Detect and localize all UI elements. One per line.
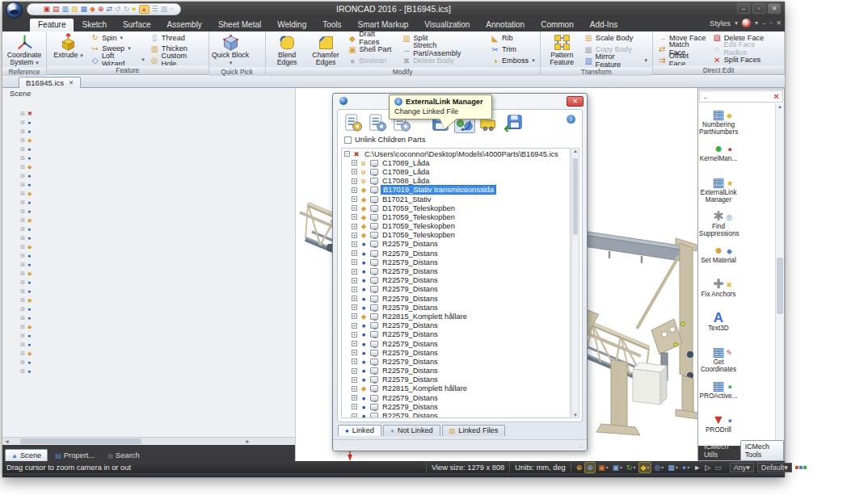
shell-part-button[interactable]: ▣Shell Part — [345, 44, 398, 55]
tree-item[interactable]: +●R22579_Distans — [342, 348, 570, 357]
scene-tab-scene[interactable]: ▲Scene — [5, 449, 48, 461]
edit-face-radius-button[interactable]: ∩Edit Face Radius — [710, 44, 782, 54]
scene-tree-item[interactable]: ⊞● — [20, 260, 38, 269]
scene-tree-item[interactable]: ⊞● — [20, 207, 38, 216]
scene-tree-item[interactable]: ⊞◆ — [20, 136, 38, 145]
scene-tree-item[interactable]: ⊞◆ — [20, 296, 38, 304]
statusbar-zoom-in-icon[interactable]: ⊕ — [575, 463, 584, 472]
default-dropdown[interactable]: Default ▾ — [757, 463, 792, 472]
ribbon-minimize-icon[interactable]: – — [762, 19, 765, 27]
back-arrow-icon[interactable]: ← — [702, 93, 710, 101]
ribbon-tab-sketch[interactable]: Sketch — [74, 19, 115, 31]
unlink-children-checkbox[interactable]: Unlink Children Parts — [344, 136, 425, 144]
tree-item[interactable]: +●R22579_Distans — [342, 276, 570, 285]
scene-tree-item[interactable]: ⊞● — [20, 118, 38, 127]
expander-icon[interactable]: + — [352, 233, 357, 238]
ribbon-tab-sheet-metal[interactable]: Sheet Metal — [210, 19, 269, 31]
save-linked-copy-button[interactable] — [503, 112, 524, 133]
expander-icon[interactable]: + — [352, 413, 357, 418]
scrollbar-thumb[interactable] — [20, 438, 141, 444]
document-tab[interactable]: B16945.ics ✕ — [19, 77, 81, 88]
tree-item[interactable]: +●R22579_Distans — [342, 330, 570, 339]
split-faces-button[interactable]: ✕Split Faces — [710, 55, 782, 65]
scroll-up-icon[interactable]: ▲ — [572, 149, 579, 153]
scene-tab-search[interactable]: ◎Search — [102, 450, 145, 461]
expander-icon[interactable]: + — [352, 278, 357, 283]
scene-tree-item[interactable]: ⊞● — [20, 278, 38, 287]
statusbar-multi-view-icon[interactable]: ▦▾ — [666, 463, 680, 472]
close-icon[interactable]: ✕ — [768, 3, 781, 14]
tree-item[interactable]: +∪C17088_Låda — [342, 177, 570, 186]
tree-item[interactable]: +●R22579_Distans — [342, 266, 570, 275]
expander-icon[interactable]: − — [344, 151, 350, 157]
scale-body-button[interactable]: ⊞Scale Body — [582, 33, 650, 44]
tree-item[interactable]: +◆D17059_Teleskopben — [342, 212, 570, 221]
catalog-item-numbering-partnumbers[interactable]: ▦◆Numbering PartNumbers — [699, 105, 738, 139]
tree-item[interactable]: +◆D17059_Teleskopben — [342, 231, 570, 240]
catalog-item-fix-anchors[interactable]: ✚✖Fix Anchors — [699, 275, 738, 308]
expander-icon[interactable]: + — [352, 160, 357, 166]
scene-tree-item[interactable]: ⊞◆ — [20, 162, 38, 171]
statusbar-select-mode-icon[interactable]: ▷ — [703, 463, 712, 472]
expander-icon[interactable]: + — [352, 259, 357, 265]
scroll-up-icon[interactable]: ▲ — [776, 104, 784, 109]
statusbar-perspective-icon[interactable]: ◆▾ — [638, 462, 652, 473]
update-selected-links-button[interactable] — [343, 112, 364, 133]
stretch-part-assembly-button[interactable]: ↔Stretch Part/Assembly — [399, 44, 487, 55]
linked-parts-tree[interactable]: −✖C:\Users\coconnor\Desktop\Models\4000P… — [341, 148, 571, 418]
extrude-button[interactable]: Extrude ▾ — [49, 32, 87, 65]
expander-icon[interactable]: + — [352, 224, 357, 229]
scroll-down-icon[interactable]: ▼ — [572, 413, 579, 417]
scroll-right-icon[interactable]: ► — [245, 438, 251, 445]
expander-icon[interactable]: + — [352, 250, 357, 256]
catalog-item-get-coordinates[interactable]: ▦✎Get Coordinates — [699, 342, 738, 376]
mirror-feature-button[interactable]: ▥Mirror Feature▾ — [582, 56, 650, 66]
scene-tree-item[interactable]: ⊞● — [20, 358, 38, 367]
scene-tree-item[interactable]: ⊞● — [20, 331, 38, 340]
expander-icon[interactable]: + — [352, 341, 357, 346]
any-dropdown[interactable]: Any ▾ — [730, 463, 754, 472]
coordinate-system-button[interactable]: Coordinate System ▾ — [5, 32, 44, 67]
thread-button[interactable]: ▯Thread — [148, 32, 206, 43]
tree-scrollbar[interactable]: ▲ ▼ — [571, 148, 579, 418]
restore-icon[interactable]: ▫ — [752, 3, 765, 14]
tree-item[interactable]: +●R22579_Distans — [342, 258, 570, 266]
expander-icon[interactable]: + — [352, 169, 357, 174]
tree-item[interactable]: +◆R22815_Komplett hållare — [342, 384, 570, 393]
statusbar-box-select-icon[interactable]: ▭ — [713, 463, 723, 472]
dialog-tab-linked[interactable]: ●Linked — [338, 425, 381, 436]
ribbon-close-icon[interactable]: ✕ — [776, 19, 782, 27]
scene-tree-item[interactable]: ⊞● — [20, 224, 38, 233]
info-icon[interactable]: i — [567, 115, 575, 124]
styles-menu[interactable]: Styles — [710, 19, 731, 27]
expander-icon[interactable]: + — [352, 205, 357, 211]
expander-icon[interactable]: + — [352, 395, 357, 401]
ribbon-tab-assembly[interactable]: Assembly — [159, 19, 210, 31]
pattern-feature-button[interactable]: Pattern Feature — [543, 32, 581, 67]
ribbon-tab-surface[interactable]: Surface — [115, 19, 158, 31]
scene-tree-item[interactable]: ⊞● — [20, 313, 38, 322]
statusbar-zoom-window-icon[interactable]: ⊕ — [584, 462, 596, 473]
scene-tab-propert[interactable]: ▤Propert... — [49, 450, 100, 461]
dialog-close-icon[interactable]: ✕ — [567, 96, 584, 107]
ribbon-tab-visualization[interactable]: Visualization — [416, 19, 478, 31]
resize-grip-icon[interactable]: ∴ — [579, 442, 584, 450]
scrollbar-thumb[interactable] — [573, 158, 578, 235]
expander-icon[interactable]: + — [352, 178, 357, 184]
blend-edges-button[interactable]: Blend Edges — [268, 32, 306, 67]
tree-item[interactable]: +●R22579_Distans — [342, 294, 570, 303]
ribbon-tab-welding[interactable]: Welding — [269, 19, 314, 31]
catalog-tab-icmech-utils[interactable]: ICMech Utils — [700, 441, 740, 460]
help-caret-icon[interactable]: ▾ — [755, 19, 758, 27]
viewport-3d[interactable]: x PROExtLinkMgr ✕ i Unlink Children Part… — [296, 88, 697, 461]
minimize-icon[interactable]: – — [737, 3, 750, 14]
ribbon-tab-tools[interactable]: Tools — [314, 19, 349, 31]
tree-item[interactable]: −✖C:\Users\coconnor\Desktop\Models\4000P… — [342, 149, 570, 158]
expander-icon[interactable]: + — [352, 241, 357, 247]
catalog-network-icon[interactable] — [795, 466, 807, 469]
expander-icon[interactable]: + — [352, 332, 357, 338]
dialog-tab-linked-files[interactable]: ▨Linked Files — [442, 425, 506, 436]
expander-icon[interactable]: + — [352, 269, 357, 275]
rib-button[interactable]: ◣Rib — [488, 33, 537, 44]
expander-icon[interactable]: + — [352, 350, 357, 355]
